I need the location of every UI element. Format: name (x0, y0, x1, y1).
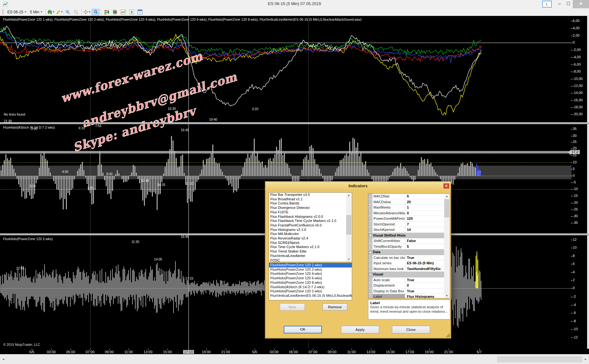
property-row[interactable]: LabelFlux Histograms (368, 294, 444, 298)
selected-indicator-item[interactable]: FluxVerticalLineAlerter(ES 06-15 (5 Min)… (269, 294, 352, 298)
scrollbar-thumb[interactable] (444, 199, 449, 217)
property-row[interactable]: StochKperiod14 (368, 227, 444, 233)
selected-indicator-item[interactable]: FluxHisto(PowerZone 120 1-wks) (269, 263, 352, 268)
selected-indicator-item[interactable]: FluxHisto(AStoch (K:14 D:7 2-wks) (269, 285, 352, 289)
property-value[interactable]: True (405, 255, 444, 261)
property-value[interactable]: True (405, 277, 444, 283)
maximize-button[interactable]: ☐ (564, 0, 573, 8)
interval-selector[interactable]: 5 Min▼ (28, 9, 44, 15)
property-value[interactable]: 5 (405, 194, 444, 199)
indicator-list-item[interactable]: Flux Divergence Detector (269, 206, 352, 210)
collapse-icon[interactable]: − (369, 251, 372, 253)
selected-indicator-item[interactable]: FluxHisto(PowerZone 120 6-wks) (269, 276, 352, 281)
ok-button[interactable]: OK (284, 326, 322, 333)
chart-zoom-button[interactable] (92, 9, 99, 15)
property-row[interactable]: PowerZoneMAPerioc120 (368, 216, 444, 222)
selected-indicator-item[interactable]: FluxHisto(PowerZone 120 8-wks) (269, 281, 352, 285)
scroll-left-arrow-icon[interactable]: ◄ (1, 357, 6, 362)
property-value[interactable]: ES 06-15 (5 Min) (405, 261, 444, 266)
property-grid-scrollbar[interactable]: ▲ ▼ (444, 194, 450, 298)
indicator-list-item[interactable]: FluxVerticalLineAlerter (269, 254, 352, 258)
scroll-up-icon[interactable]: ▲ (444, 194, 450, 199)
zoom-in-button[interactable] (64, 9, 72, 15)
collapse-icon[interactable]: − (369, 273, 372, 276)
scrollbar-thumb[interactable] (346, 215, 351, 234)
property-row[interactable]: Input seriesES 06-15 (5 Min) (368, 261, 444, 266)
close-button[interactable]: ✕ (573, 0, 589, 8)
property-value[interactable]: 5 (405, 244, 444, 249)
remove-button[interactable]: Remove (323, 303, 347, 310)
selected-indicator-item[interactable]: FluxHisto(PowerZone 120 2-wks) (269, 289, 352, 294)
minimize-button[interactable]: ─ (555, 0, 564, 8)
property-section-header[interactable]: −Data (368, 249, 444, 255)
cursor-mode-button[interactable]: ▼ (83, 9, 91, 15)
property-row[interactable]: MACDfast5 (368, 194, 444, 199)
instrument-selector[interactable]: ES 06-15▼ (6, 9, 28, 15)
price-levels-button[interactable] (103, 9, 110, 15)
drawing-tools-button[interactable]: ▼ (56, 9, 63, 15)
indicator-list-item[interactable]: FOSC (269, 258, 352, 262)
indicator-list-item[interactable]: Flux F16TE (269, 210, 352, 215)
property-value[interactable]: False (405, 238, 444, 244)
time-annotation: 16:45 (181, 235, 189, 239)
property-section-header[interactable]: −Visual (368, 272, 444, 277)
selected-indicator-item[interactable]: FluxHisto(PowerZone 120 2-wks) (269, 268, 352, 272)
property-row[interactable]: Calculate on bar closTrue (368, 255, 444, 261)
time-axis[interactable]: 5/503:0005:0007:0009:0011:0013:0015:0017… (0, 349, 589, 354)
property-section-header[interactable]: −Visual Shifted Histo (368, 233, 444, 239)
indicator-list-item[interactable]: Flux Contra Bands (269, 201, 352, 206)
chart-style-button[interactable]: ▼ (47, 9, 55, 15)
selected-indicator-item[interactable]: FluxHisto(PowerZone 120 4-wks) (269, 272, 352, 276)
scroll-right-arrow-icon[interactable]: ► (583, 357, 588, 362)
property-value[interactable]: 0 (405, 211, 444, 216)
indicator-list-item[interactable]: Flux Histograms v2.1.0 (269, 228, 352, 232)
indicator-list-item[interactable]: Flux FractalPivotConfluence v5.0 (269, 223, 352, 228)
property-value[interactable]: Flux Histograms (405, 294, 444, 298)
indicator-list-item[interactable]: Flux Broadhead v1.1 (269, 197, 352, 202)
toolbar-grip[interactable] (2, 10, 4, 15)
property-row[interactable]: MinutesAdvanceWar0 (368, 211, 444, 216)
chart-trader-button[interactable] (111, 9, 119, 15)
indicator-list-item[interactable]: Flux Bar Transporter v3.0 (269, 193, 352, 197)
property-row[interactable]: Display in Data BoxTrue (368, 289, 444, 294)
panel-splitter-1[interactable] (0, 122, 589, 124)
dialog-close-icon[interactable]: ✕ (444, 183, 449, 189)
property-row[interactable]: MaxWeeks1 (368, 205, 444, 211)
collapse-icon[interactable]: − (369, 234, 372, 237)
apply-button[interactable]: Apply (341, 326, 379, 333)
property-row[interactable]: Maximum bars look lTwoHundredFiftySix (368, 266, 444, 272)
data-grid-button[interactable] (136, 9, 144, 15)
account-button[interactable]: $ (128, 9, 135, 15)
property-value[interactable]: 1 (405, 205, 444, 210)
property-value[interactable]: 20 (405, 199, 444, 205)
resize-grip[interactable] (446, 333, 450, 337)
indicator-list-item[interactable]: Flux Trend Stalker Elite (269, 249, 352, 254)
link-button[interactable]: L (542, 1, 552, 8)
available-list-scrollbar[interactable]: ▲ ▼ (346, 193, 351, 262)
indicator-list-item[interactable]: Flux Flashback Histograms v2.0.0 (269, 215, 352, 219)
property-value[interactable]: 7 (405, 222, 444, 227)
dialog-close-button[interactable]: Close (392, 326, 430, 333)
mini-chart-button[interactable] (119, 9, 127, 15)
property-row[interactable]: MACDslow20 (368, 199, 444, 205)
property-row[interactable]: StochDperiod7 (368, 222, 444, 227)
property-value[interactable]: 120 (405, 216, 444, 221)
indicator-list-item[interactable]: Flux Flashback Time Cycle Markers v2.1.0 (269, 219, 352, 223)
property-value[interactable]: TwoHundredFiftySix (405, 266, 444, 272)
scroll-down-icon[interactable]: ▼ (346, 257, 351, 262)
scroll-down-icon[interactable]: ▼ (444, 293, 450, 298)
property-value[interactable]: 14 (405, 227, 444, 232)
indicator-list-item[interactable]: Flux SCREENprint (269, 241, 352, 245)
indicator-list-item[interactable]: Flux MA Multicolor (269, 232, 352, 236)
price-axis[interactable] (571, 16, 587, 349)
scroll-up-icon[interactable]: ▲ (346, 193, 351, 198)
scrollbar-thumb[interactable] (497, 357, 582, 362)
property-row[interactable]: Displacement0 (368, 283, 444, 289)
property-value[interactable]: 0 (405, 283, 444, 288)
indicator-list-item[interactable]: Flux ReverseRadar v2.4 (269, 236, 352, 241)
property-value[interactable]: True (405, 289, 444, 294)
property-row[interactable]: TimeBlockOpacity5 (368, 244, 444, 250)
property-row[interactable]: ShiftCurrentHistoFalse (368, 238, 444, 244)
indicator-list-item[interactable]: Flux Time Cycle Markers v2.1.0 (269, 245, 352, 249)
property-row[interactable]: Auto scaleTrue (368, 277, 444, 283)
